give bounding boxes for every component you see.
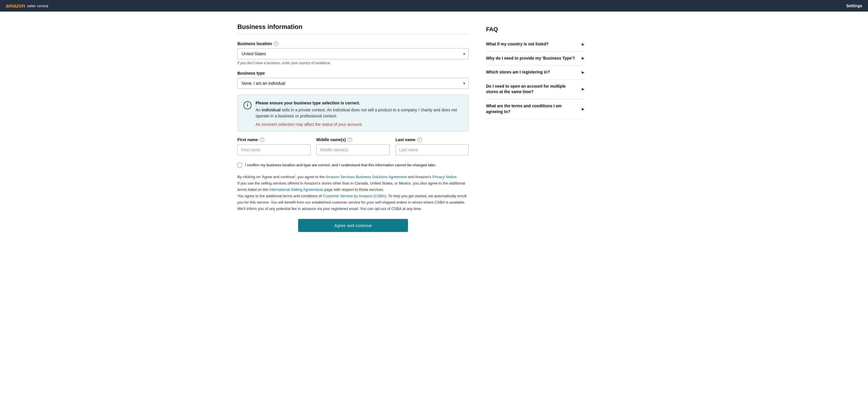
middle-name-help-icon[interactable]: ?: [347, 137, 352, 142]
business-type-label: Business type: [237, 71, 469, 76]
business-location-select-wrapper: United States Canada United Kingdom Germ…: [237, 48, 469, 59]
info-body-start: An: [256, 108, 262, 112]
faq-sidebar: FAQ What if my country is not listed? ▶ …: [486, 23, 584, 232]
legal-text-block: By clicking on 'Agree and continue', you…: [237, 174, 469, 212]
header: amazon seller central Settings: [0, 0, 868, 11]
page-title: Business information: [237, 23, 469, 34]
confirm-checkbox[interactable]: [237, 163, 242, 168]
faq-question-4: What are the terms and conditions I am a…: [486, 103, 582, 115]
business-location-select[interactable]: United States Canada United Kingdom Germ…: [237, 48, 469, 59]
info-content: Please ensure your business type selecti…: [256, 101, 463, 127]
last-name-label: Last name ?: [396, 137, 469, 142]
confirm-checkbox-row: I confirm my business location and type …: [237, 162, 469, 168]
info-body: An individual sells in a private context…: [256, 107, 463, 119]
business-type-select-wrapper: None, I am an individual Sole proprietor…: [237, 78, 469, 89]
faq-item-0[interactable]: What if my country is not listed? ▶: [486, 37, 584, 52]
faq-item-4[interactable]: What are the terms and conditions I am a…: [486, 99, 584, 119]
faq-question-3: Do I need to open an account for multipl…: [486, 84, 582, 95]
confirm-checkbox-label[interactable]: I confirm my business location and type …: [245, 162, 436, 168]
settings-link[interactable]: Settings: [846, 3, 862, 8]
legal-line1-mid: and Amazon's: [407, 175, 432, 179]
legal-line2-end: page with respect to those services.: [323, 187, 384, 192]
faq-question-0: What if my country is not listed?: [486, 41, 582, 47]
privacy-notice-link[interactable]: Privacy Notice: [432, 175, 456, 179]
business-type-info-box: i Please ensure your business type selec…: [237, 95, 469, 131]
amazon-logo: amazon: [6, 3, 25, 9]
info-icon: i: [244, 101, 252, 109]
business-location-label: Business location ?: [237, 41, 469, 46]
faq-arrow-3: ▶: [582, 87, 584, 91]
middle-name-input[interactable]: [316, 144, 390, 155]
business-location-help-icon[interactable]: ?: [274, 41, 278, 46]
first-name-help-icon[interactable]: ?: [260, 137, 264, 142]
csba-link[interactable]: Customer Service by Amazon (CSBA): [323, 194, 386, 198]
business-location-hint: If you don't have a business, enter your…: [237, 61, 469, 65]
main-content: Business information Business location ?…: [237, 23, 469, 232]
intl-selling-link[interactable]: International Selling Agreements: [269, 187, 323, 192]
faq-arrow-2: ▶: [582, 70, 584, 74]
business-type-select[interactable]: None, I am an individual Sole proprietor…: [237, 78, 469, 89]
legal-line1-end: .: [457, 175, 458, 179]
faq-question-2: Which stores am I registering in?: [486, 69, 582, 75]
legal-line1-start: By clicking on 'Agree and continue', you…: [237, 175, 326, 179]
faq-item-1[interactable]: Why do I need to provide my 'Business Ty…: [486, 52, 584, 66]
faq-title: FAQ: [486, 26, 584, 33]
faq-arrow-0: ▶: [582, 42, 584, 46]
faq-arrow-1: ▶: [582, 56, 584, 60]
info-body-bold: individual: [262, 108, 280, 112]
first-name-input[interactable]: [237, 144, 311, 155]
last-name-field: Last name ?: [396, 137, 469, 155]
page-container: Business information Business location ?…: [231, 11, 637, 243]
first-name-field: First name ?: [237, 137, 311, 155]
last-name-help-icon[interactable]: ?: [417, 137, 422, 142]
faq-item-3[interactable]: Do I need to open an account for multipl…: [486, 80, 584, 99]
seller-central-text: seller central: [27, 4, 48, 8]
agree-continue-button[interactable]: Agree and continue: [298, 219, 408, 232]
business-location-section: Business location ? United States Canada…: [237, 41, 469, 65]
faq-question-1: Why do I need to provide my 'Business Ty…: [486, 56, 582, 61]
amazon-bsa-link[interactable]: Amazon Services Business Solutions Agree…: [326, 175, 407, 179]
middle-name-label: Middle name(s) ?: [316, 137, 390, 142]
logo-container: amazon seller central: [6, 3, 48, 9]
faq-arrow-4: ▶: [582, 107, 584, 111]
legal-line3-start: You agree to the additional terms and co…: [237, 194, 323, 198]
faq-item-2[interactable]: Which stores am I registering in? ▶: [486, 65, 584, 80]
first-name-label: First name ?: [237, 137, 311, 142]
info-warning-text: An incorrect selection may affect the st…: [256, 122, 463, 127]
last-name-input[interactable]: [396, 144, 469, 155]
info-body-end: sells in a private context. An individua…: [256, 108, 457, 118]
business-type-section: Business type None, I am an individual S…: [237, 71, 469, 89]
middle-name-field: Middle name(s) ?: [316, 137, 390, 155]
info-title: Please ensure your business type selecti…: [256, 101, 463, 105]
name-fields-row: First name ? Middle name(s) ? Last name …: [237, 137, 469, 155]
